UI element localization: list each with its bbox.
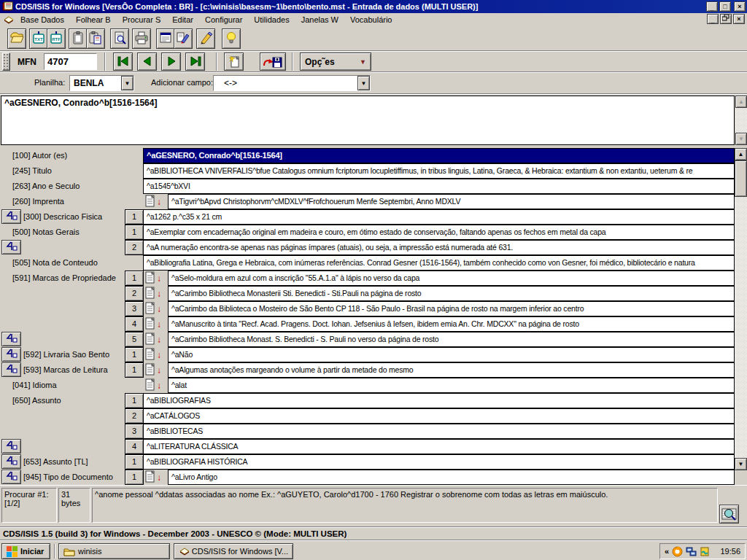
editor-scrollbar[interactable]: ▲ ▼ [735, 96, 747, 145]
tray-chevrons[interactable]: « [665, 547, 669, 556]
scrollbar-thumb[interactable] [735, 160, 747, 197]
occurrence-number[interactable]: 1 [125, 470, 144, 485]
task-cdsisis[interactable]: CDS/ISIS for Windows [V... [174, 543, 293, 559]
planilha-combobox[interactable]: BENLA ▼ [69, 75, 134, 91]
occurrence-expand-button[interactable] [1, 347, 21, 362]
occurrence-number[interactable]: 1 [125, 454, 144, 470]
occurrence-number[interactable]: 2 [125, 286, 144, 301]
previous-record-button[interactable] [137, 52, 157, 71]
new-record-button[interactable] [224, 52, 244, 71]
field-value-input[interactable]: ^aBibliografia Latina, Grega e Hebraica,… [143, 255, 735, 271]
scrollbar-track[interactable] [735, 197, 747, 458]
field-value-input[interactable]: ^a1545^bXVI [143, 179, 735, 194]
scroll-up-icon[interactable]: ▲ [735, 148, 747, 160]
field-value-input[interactable]: ^aA numeração encontra-se apenas nas pág… [143, 240, 735, 255]
first-record-button[interactable] [113, 52, 133, 71]
mfn-input[interactable] [44, 53, 97, 70]
worksheet-button[interactable] [156, 28, 175, 49]
field-value-input[interactable]: ^aGESNERO, Conrado^b[1516-1564] [143, 148, 735, 163]
options-dropdown[interactable]: Opç˜es ▼ [300, 52, 371, 71]
add-field-combobox[interactable]: <-> ▼ [213, 75, 371, 91]
field-value-input[interactable]: ^aCarimbo Bibliotheca Monasterii Sti. Be… [168, 286, 735, 301]
field-value-input[interactable]: ^aLITERATURA CLÁSSICA [143, 439, 735, 454]
chevron-down-icon[interactable]: ▼ [357, 76, 370, 90]
sign-record-button[interactable] [174, 28, 193, 49]
menu-item-editar[interactable]: Editar [166, 14, 199, 26]
menu-item-utilidades[interactable]: Utilidades [248, 14, 295, 26]
help-assistant-button[interactable] [222, 28, 241, 49]
print-button[interactable] [132, 28, 151, 49]
field-value-input[interactable]: ^aCATÁLOGOS [143, 408, 735, 424]
mdi-minimize-button[interactable]: _ [707, 14, 719, 24]
open-database-button[interactable] [7, 28, 26, 49]
occurrence-number[interactable]: 2 [125, 240, 144, 255]
document-download-button[interactable]: ↓ [145, 378, 167, 392]
document-download-button[interactable]: ↓ [145, 302, 167, 316]
save-record-button[interactable] [260, 52, 286, 71]
field-value-input[interactable]: ^alat [168, 378, 735, 393]
edit-record-button[interactable] [196, 28, 215, 49]
mdi-close-button[interactable]: × [733, 14, 745, 24]
start-button[interactable]: Iniciar [1, 543, 50, 559]
occurrence-number[interactable]: 4 [125, 316, 144, 332]
document-download-button[interactable]: ↓ [145, 287, 167, 300]
task-winisis[interactable]: winisis [58, 543, 170, 559]
fields-scrollbar[interactable]: ▲ ▼ [735, 148, 747, 485]
next-record-button[interactable] [161, 52, 181, 71]
occurrence-number[interactable]: 1 [125, 225, 144, 240]
field-value-input[interactable]: ^aSelo-moldura em azul com a inscrição "… [168, 271, 735, 286]
field-value-input[interactable]: ^aManuscrito à tinta "Recf. Acad. Pragen… [168, 316, 735, 332]
scroll-down-icon[interactable]: ▼ [735, 458, 747, 470]
occurrence-expand-button[interactable] [1, 209, 21, 224]
field-value-input[interactable]: ^aTigvri^bApvd Christophorvm^cMDXLV^fFro… [168, 194, 735, 209]
field-value-input[interactable]: ^aLivro Antigo [168, 470, 735, 485]
maximize-button[interactable]: □ [719, 1, 731, 12]
field-value-input[interactable]: ^aExemplar com encadernação original em … [143, 225, 735, 240]
occurrence-number[interactable]: 5 [125, 332, 144, 347]
menu-item-base-dados[interactable]: Base Dados [15, 14, 70, 26]
field-value-input[interactable]: ^aNão [168, 347, 735, 362]
field-value-input[interactable]: ^aBIBLIOGRAFIA HISTÓRICA [143, 454, 735, 470]
winisis-tray-icon[interactable] [700, 546, 711, 557]
field-value-input[interactable]: ^aBIBLIOTHECA VNIVERFALIS^bfue Catalogus… [143, 163, 735, 179]
scrollbar-track[interactable] [735, 108, 747, 133]
print-txt-button[interactable]: TXT [29, 28, 48, 49]
menu-item-configurar[interactable]: Configurar [199, 14, 248, 26]
field-value-input[interactable]: ^a1262 p.^c35 x 21 cm [143, 209, 735, 225]
document-download-button[interactable]: ↓ [145, 470, 167, 484]
print-rtf-button[interactable]: RTF [47, 28, 66, 49]
close-button[interactable]: × [734, 1, 746, 12]
chevron-down-icon[interactable]: ▼ [121, 76, 133, 90]
field-value-input[interactable]: ^aCarimbo Bibliotheca Monast. S. Benedic… [168, 332, 735, 347]
document-download-button[interactable]: ↓ [145, 271, 167, 285]
field-value-input[interactable]: ^aBIBLIOGRAFIAS [143, 393, 735, 408]
menu-item-folhear-b[interactable]: Folhear B [70, 14, 117, 26]
scroll-up-icon[interactable]: ▲ [735, 96, 747, 108]
field-value-input[interactable]: ^aCarimbo da Biblioteca o Mosteiro de Sã… [168, 301, 735, 316]
toolbar-grip[interactable] [2, 52, 10, 71]
occurrence-number[interactable]: 1 [125, 209, 144, 225]
dictionary-button[interactable] [719, 505, 739, 524]
document-download-button[interactable]: ↓ [145, 195, 167, 209]
last-record-button[interactable] [185, 52, 205, 71]
document-download-button[interactable]: ↓ [145, 348, 167, 362]
occurrence-expand-button[interactable] [1, 240, 21, 254]
orange-app-icon[interactable] [672, 546, 683, 557]
document-download-button[interactable]: ↓ [145, 363, 167, 377]
menu-item-vocabulário[interactable]: Vocabulário [344, 14, 398, 26]
scroll-down-icon[interactable]: ▼ [735, 133, 747, 145]
occurrence-number[interactable]: 1 [125, 393, 144, 408]
occurrence-expand-button[interactable] [1, 454, 21, 469]
occurrence-expand-button[interactable] [1, 470, 21, 484]
document-download-button[interactable]: ↓ [145, 317, 167, 331]
mdi-restore-button[interactable] [720, 14, 732, 24]
preview-button[interactable] [110, 28, 129, 49]
occurrence-number[interactable]: 2 [125, 408, 144, 424]
occurrence-number[interactable]: 3 [125, 301, 144, 316]
occurrence-number[interactable]: 1 [125, 347, 144, 362]
clipboard-button[interactable] [69, 28, 88, 49]
paste-record-button[interactable] [86, 28, 105, 49]
minimize-button[interactable]: _ [706, 1, 718, 12]
menu-item-procurar-s[interactable]: Procurar S [117, 14, 167, 26]
network-icon[interactable] [686, 546, 697, 557]
